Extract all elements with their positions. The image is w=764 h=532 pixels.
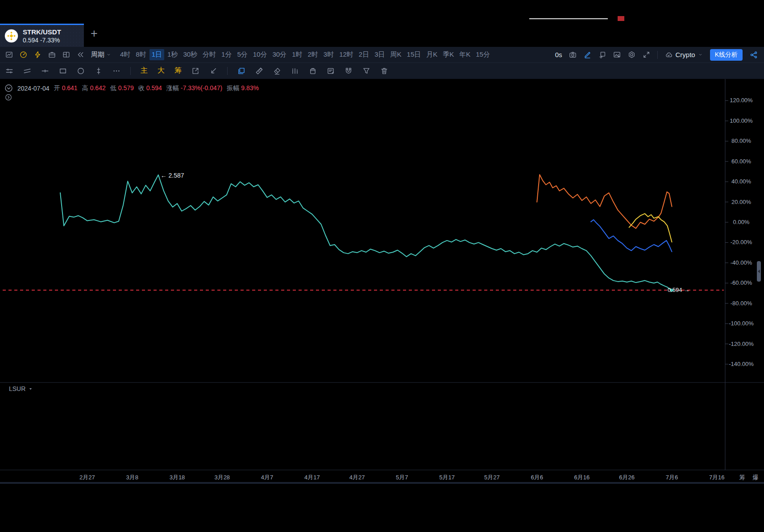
large-view-label[interactable]: 大 (158, 66, 165, 75)
ohlc-high: 高0.642 (82, 84, 106, 92)
volume-profile-icon[interactable] (291, 67, 299, 75)
gauge-icon[interactable] (20, 51, 27, 58)
magnet-icon[interactable] (345, 67, 353, 75)
timeframe-button[interactable]: 2日 (357, 49, 371, 60)
timeframe-button[interactable]: 周K (388, 49, 404, 60)
add-pane-icon[interactable] (598, 51, 606, 58)
timeframe-button[interactable]: 30秒 (181, 49, 199, 60)
ohlc-low: 低0.579 (110, 84, 134, 92)
ohlc-change: 涨幅-7.33%(-0.047) (166, 84, 222, 92)
cloud-check-icon (665, 51, 673, 58)
top-artifact-line (529, 18, 608, 19)
note-edit-icon[interactable] (327, 67, 335, 75)
trading-app-screen: STRK/USDT 0.594 -7.33% + 周期 4时8时1日1秒30秒分… (0, 0, 764, 532)
layout-icon[interactable] (62, 51, 70, 58)
trend-arrow-icon[interactable] (209, 67, 217, 75)
y-axis-label: 100.00% (727, 117, 756, 124)
timeframe-button[interactable]: 8时 (133, 49, 148, 60)
period-dropdown[interactable]: 周期 (91, 50, 111, 59)
top-artifact-red-badge (618, 16, 624, 21)
y-axis-label: -40.00% (727, 259, 756, 266)
timeframe-button[interactable]: 1分 (219, 49, 234, 60)
timeframe-button[interactable]: 月K (424, 49, 440, 60)
series-main-line (60, 175, 671, 290)
timeframe-list: 4时8时1日1秒30秒分时1分5分10分30分1时2时3时12时2日3日周K15… (117, 49, 493, 60)
timeframe-button[interactable]: 30分 (270, 49, 289, 60)
x-axis-label: 5月17 (439, 474, 455, 482)
timeframe-button[interactable]: 12时 (337, 49, 356, 60)
fullscreen-icon[interactable] (643, 51, 650, 58)
expand-indicator-button[interactable] (5, 94, 12, 101)
flash-icon[interactable] (34, 51, 42, 58)
ohlc-date: 2024-07-04 (17, 85, 50, 92)
multi-line-tool-icon[interactable] (5, 67, 13, 75)
burst-corner-button[interactable]: 爆 (753, 474, 759, 482)
y-axis-label: -120.00% (727, 341, 756, 347)
order-box-icon[interactable] (309, 67, 317, 75)
timeframe-button[interactable]: 分时 (200, 49, 218, 60)
y-axis-label: -60.00% (727, 279, 756, 286)
chart-area[interactable]: 2024-07-04 开0.641 高0.642 低0.579 收0.594 涨… (0, 79, 764, 484)
share-icon[interactable] (750, 51, 758, 59)
timeframe-button[interactable]: 季K (440, 49, 456, 60)
ellipse-tool-icon[interactable] (77, 67, 85, 75)
timeframe-button[interactable]: 15日 (405, 49, 424, 60)
symbol-tab[interactable]: STRK/USDT 0.594 -7.33% (0, 24, 84, 47)
x-axis-label: 7月16 (709, 474, 725, 482)
timeframe-button[interactable]: 年K (457, 49, 473, 60)
draw-pencil-icon[interactable] (584, 51, 591, 58)
main-indicator-label[interactable]: 主 (141, 66, 148, 75)
image-mode-icon[interactable] (613, 51, 621, 58)
timeframe-button[interactable]: 3时 (321, 49, 336, 60)
x-axis-label: 6月16 (574, 474, 590, 482)
filter-icon[interactable] (362, 67, 370, 75)
y-axis-label: -140.00% (727, 361, 756, 367)
toolbar-right: 0s Crypto K线分析 (555, 49, 764, 61)
chevron-down-icon (106, 52, 111, 57)
rewind-icon[interactable] (77, 51, 84, 58)
new-tab-button[interactable]: + (91, 27, 98, 41)
briefcase-icon[interactable] (48, 51, 56, 58)
chip-corner-button[interactable]: 筹 (739, 474, 745, 482)
eraser-icon[interactable] (273, 67, 281, 75)
binance-logo-icon (4, 29, 18, 43)
ruler-icon[interactable] (255, 67, 263, 75)
collapse-ohlc-button[interactable] (4, 84, 13, 92)
kline-analysis-button[interactable]: K线分析 (710, 49, 743, 61)
timeframe-button[interactable]: 2时 (305, 49, 320, 60)
cloud-sync-dropdown[interactable]: Crypto (665, 51, 702, 58)
axis-scrollbar-thumb[interactable] (757, 261, 761, 282)
indicator-name-label: LSUR (9, 385, 25, 392)
vertical-line-tool-icon[interactable] (95, 67, 103, 75)
x-axis-label: 3月8 (126, 474, 138, 482)
timeframe-button[interactable]: 1时 (290, 49, 304, 60)
timeframe-button[interactable]: 5分 (235, 49, 249, 60)
y-axis-label: 120.00% (727, 97, 756, 104)
more-tools-icon[interactable] (112, 67, 120, 75)
y-axis-label: 60.00% (727, 158, 756, 165)
edit-drawing-icon[interactable] (191, 67, 199, 75)
timeframe-button[interactable]: 10分 (251, 49, 270, 60)
x-axis-label: 6月26 (619, 474, 635, 482)
parallel-channel-icon[interactable] (23, 67, 31, 75)
delete-drawings-icon[interactable] (380, 67, 388, 75)
chart-preview-icon[interactable] (5, 51, 13, 58)
rectangle-tool-icon[interactable] (59, 67, 67, 75)
timeframe-button[interactable]: 1日 (149, 49, 164, 60)
timeframe-button[interactable]: 1秒 (165, 49, 180, 60)
screenshot-camera-icon[interactable] (569, 51, 577, 58)
indicator-selector[interactable]: LSUR (9, 385, 33, 392)
horizontal-line-tool-icon[interactable] (41, 67, 49, 75)
drawing-toolbar: 主大筹 (0, 63, 764, 79)
timeframe-button[interactable]: 4时 (118, 49, 133, 60)
timeframe-button[interactable]: 3日 (372, 49, 387, 60)
chip-indicator-label[interactable]: 筹 (174, 66, 182, 75)
settings-gear-icon[interactable] (628, 51, 635, 58)
tab-symbol-label: STRK/USDT (23, 28, 61, 36)
timeframe-button[interactable]: 15分 (473, 49, 492, 60)
compare-overlay-icon[interactable] (237, 67, 245, 75)
y-axis-label: -20.00% (727, 239, 756, 245)
toolbar-divider (130, 67, 131, 75)
ohlc-info-bar: 2024-07-04 开0.641 高0.642 低0.579 收0.594 涨… (4, 84, 259, 92)
y-axis-label: -100.00% (727, 320, 756, 327)
